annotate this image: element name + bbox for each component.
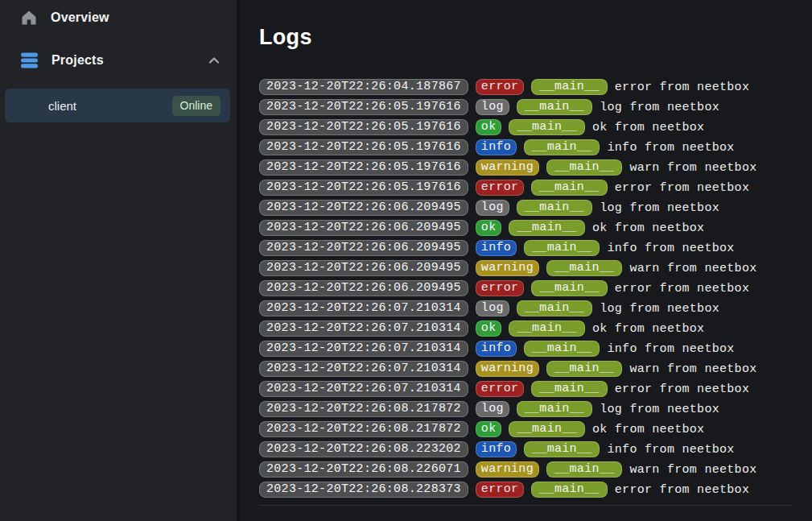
log-row: 2023-12-20T22:26:05.197616 info __main__… — [259, 139, 793, 155]
log-module-badge: __main__ — [546, 361, 622, 377]
log-message: log from neetbox — [600, 302, 719, 316]
log-level-badge: ok — [476, 220, 502, 236]
log-module-badge: __main__ — [546, 159, 622, 176]
log-level-badge: info — [476, 341, 517, 357]
log-row: 2023-12-20T22:26:05.197616 warning __mai… — [259, 159, 793, 176]
log-level-badge: info — [476, 441, 517, 457]
sidebar-item-projects[interactable]: Projects — [0, 43, 237, 78]
log-timestamp-badge: 2023-12-20T22:26:05.197616 — [259, 159, 468, 176]
log-message: info from neetbox — [607, 342, 734, 356]
log-level-badge: warning — [476, 461, 539, 478]
log-row: 2023-12-20T22:26:04.187867 error __main_… — [259, 79, 793, 95]
log-module-badge: __main__ — [531, 79, 607, 95]
log-message: info from neetbox — [607, 141, 734, 155]
log-module-badge: __main__ — [517, 401, 592, 417]
log-timestamp-badge: 2023-12-20T22:26:04.187867 — [259, 79, 468, 95]
log-timestamp-badge: 2023-12-20T22:26:06.209495 — [259, 200, 468, 216]
sidebar-project-item-client[interactable]: client Online — [5, 89, 230, 122]
sidebar: Overview Projects client Online — [0, 0, 239, 521]
log-message: error from neetbox — [615, 282, 749, 296]
log-level-badge: ok — [476, 320, 502, 337]
log-module-badge: __main__ — [517, 99, 592, 115]
log-row: 2023-12-20T22:26:08.226071 warning __mai… — [259, 461, 793, 478]
log-level-badge: ok — [476, 421, 502, 437]
project-name: client — [48, 99, 76, 113]
log-row: 2023-12-20T22:26:05.197616 error __main_… — [259, 180, 793, 196]
log-message: warn from neetbox — [629, 161, 756, 175]
log-timestamp-badge: 2023-12-20T22:26:05.197616 — [259, 180, 468, 196]
log-level-badge: warning — [476, 159, 539, 176]
log-timestamp-badge: 2023-12-20T22:26:08.217872 — [259, 421, 468, 437]
log-row: 2023-12-20T22:26:08.217872 log __main__ … — [259, 401, 793, 417]
log-level-badge: error — [476, 381, 525, 397]
log-timestamp-badge: 2023-12-20T22:26:08.228373 — [259, 482, 468, 498]
projects-list-icon — [21, 52, 38, 68]
log-message: error from neetbox — [615, 382, 749, 396]
log-timestamp-badge: 2023-12-20T22:26:06.209495 — [259, 280, 468, 296]
log-message: warn from neetbox — [629, 463, 756, 477]
log-timestamp-badge: 2023-12-20T22:26:07.210314 — [259, 341, 468, 357]
log-level-badge: ok — [476, 119, 502, 135]
log-message: warn from neetbox — [629, 362, 756, 376]
log-message: log from neetbox — [600, 403, 719, 416]
log-message: error from neetbox — [615, 483, 749, 497]
home-icon — [21, 10, 37, 26]
log-row: 2023-12-20T22:26:05.197616 log __main__ … — [259, 99, 793, 115]
log-list: 2023-12-20T22:26:04.187867 error __main_… — [259, 79, 793, 498]
log-timestamp-badge: 2023-12-20T22:26:05.197616 — [259, 99, 468, 115]
log-message: ok from neetbox — [592, 423, 705, 436]
log-timestamp-badge: 2023-12-20T22:26:05.197616 — [259, 119, 468, 135]
log-level-badge: error — [476, 180, 525, 196]
page-title: Logs — [259, 24, 793, 50]
log-timestamp-badge: 2023-12-20T22:26:06.209495 — [259, 260, 468, 276]
log-module-badge: __main__ — [546, 461, 622, 478]
log-level-badge: error — [476, 482, 525, 498]
log-level-badge: warning — [476, 361, 539, 377]
log-message: ok from neetbox — [592, 121, 705, 134]
log-module-badge: __main__ — [509, 421, 584, 437]
log-module-badge: __main__ — [509, 119, 584, 135]
log-module-badge: __main__ — [517, 300, 592, 316]
log-module-badge: __main__ — [531, 180, 607, 196]
log-level-badge: info — [476, 240, 517, 256]
log-module-badge: __main__ — [509, 320, 584, 337]
log-module-badge: __main__ — [531, 482, 607, 498]
log-message: warn from neetbox — [629, 262, 756, 275]
sidebar-item-label: Overview — [51, 10, 109, 25]
log-message: ok from neetbox — [592, 221, 705, 235]
log-timestamp-badge: 2023-12-20T22:26:08.226071 — [259, 461, 468, 478]
log-row: 2023-12-20T22:26:06.209495 log __main__ … — [259, 200, 793, 216]
log-level-badge: log — [476, 99, 509, 115]
log-message: log from neetbox — [600, 101, 719, 114]
log-module-badge: __main__ — [531, 280, 607, 296]
main-content: Logs 2023-12-20T22:26:04.187867 error __… — [241, 0, 812, 521]
log-row: 2023-12-20T22:26:07.210314 warning __mai… — [259, 361, 793, 377]
log-timestamp-badge: 2023-12-20T22:26:06.209495 — [259, 220, 468, 236]
log-module-badge: __main__ — [531, 381, 607, 397]
log-module-badge: __main__ — [524, 139, 600, 155]
chevron-up-icon[interactable] — [208, 54, 221, 67]
log-timestamp-badge: 2023-12-20T22:26:07.210314 — [259, 300, 468, 316]
log-row: 2023-12-20T22:26:07.210314 info __main__… — [259, 341, 793, 357]
log-message: log from neetbox — [600, 201, 719, 215]
log-level-badge: log — [476, 300, 509, 316]
log-message: ok from neetbox — [592, 322, 705, 336]
log-timestamp-badge: 2023-12-20T22:26:07.210314 — [259, 381, 468, 397]
sidebar-item-overview[interactable]: Overview — [0, 0, 237, 35]
log-message: error from neetbox — [615, 181, 749, 195]
log-row: 2023-12-20T22:26:06.209495 ok __main__ o… — [259, 220, 793, 236]
log-row: 2023-12-20T22:26:08.217872 ok __main__ o… — [259, 421, 793, 437]
log-message: info from neetbox — [607, 242, 734, 255]
sidebar-item-label: Projects — [52, 53, 104, 68]
log-row: 2023-12-20T22:26:07.210314 log __main__ … — [259, 300, 793, 316]
log-row: 2023-12-20T22:26:08.228373 error __main_… — [259, 482, 793, 498]
log-row: 2023-12-20T22:26:07.210314 ok __main__ o… — [259, 320, 793, 337]
log-timestamp-badge: 2023-12-20T22:26:08.217872 — [259, 401, 468, 417]
log-message: info from neetbox — [607, 443, 734, 457]
log-module-badge: __main__ — [524, 441, 600, 457]
log-row: 2023-12-20T22:26:06.209495 error __main_… — [259, 280, 793, 296]
log-row: 2023-12-20T22:26:06.209495 warning __mai… — [259, 260, 793, 276]
log-level-badge: log — [476, 401, 509, 417]
log-module-badge: __main__ — [509, 220, 584, 236]
bottom-divider — [259, 505, 793, 506]
